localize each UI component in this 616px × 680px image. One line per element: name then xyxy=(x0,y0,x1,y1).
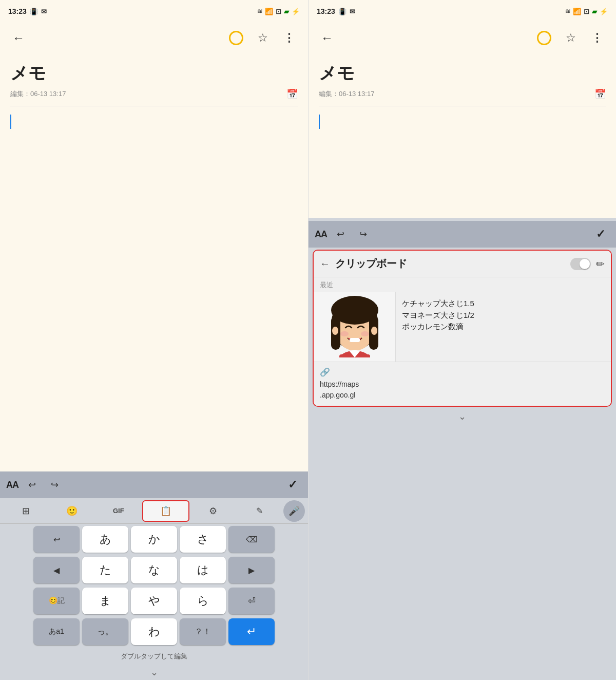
keyboard-toolbar-right: AA ↩ ↪ ✓ xyxy=(309,221,616,248)
battery-right: ▰ xyxy=(592,8,597,15)
signal-icon-left: ≋ xyxy=(257,8,262,15)
text-cursor-left xyxy=(10,115,11,129)
more-button-right[interactable]: ⋮ xyxy=(587,28,608,48)
key-right[interactable]: ▶ xyxy=(228,557,275,583)
clipboard-toggle[interactable] xyxy=(570,258,591,270)
action-bar-left: ← ☆ ⋮ xyxy=(0,23,308,53)
keyboard-icon-row-left: ⊞ 🙂 GIF 📋 ⚙ ✎ 🎤 xyxy=(0,498,308,524)
note-title-left: メモ xyxy=(10,62,298,85)
link-icon: 🔗 xyxy=(320,367,330,377)
circle-button-left[interactable] xyxy=(226,28,246,48)
key-a[interactable]: あ xyxy=(82,526,128,553)
back-button-right[interactable]: ← xyxy=(317,28,337,48)
clipboard-text-content[interactable]: ケチャップ大さじ1.5マヨネーズ大さじ1/2ポッカレモン数滴 xyxy=(396,292,611,362)
settings-icon-btn[interactable]: ⚙ xyxy=(190,500,236,522)
status-circle-right xyxy=(537,31,551,45)
link-icon-row: 🔗 xyxy=(320,367,605,377)
key-emoji[interactable]: 😊記 xyxy=(33,588,80,614)
key-ya[interactable]: や xyxy=(131,588,177,614)
clipboard-header: ← クリップボード ✏ xyxy=(314,251,611,277)
keyboard-hint-left: ダブルタップして編集 xyxy=(0,648,308,665)
key-left[interactable]: ◀ xyxy=(33,557,80,583)
clipboard-item-2[interactable]: 🔗 https://maps.app.goo.gl xyxy=(314,362,611,406)
bottom-chevron-left[interactable]: ⌄ xyxy=(0,665,308,680)
key-row-4: あa1 っ。 わ ？！ ↵ xyxy=(2,618,306,645)
toolbar-redo-left[interactable]: ↪ xyxy=(45,476,64,494)
key-backspace[interactable]: ⌫ xyxy=(228,526,275,553)
gif-icon-btn[interactable]: GIF xyxy=(96,500,141,522)
star-button-left[interactable]: ☆ xyxy=(253,28,273,48)
toolbar-check-right[interactable]: ✓ xyxy=(591,225,610,243)
svg-point-8 xyxy=(361,331,369,336)
battery-save-right: ⊡ xyxy=(584,8,589,15)
key-ka[interactable]: か xyxy=(131,526,177,553)
key-ma[interactable]: ま xyxy=(82,588,128,614)
key-punct[interactable]: ？！ xyxy=(180,618,226,645)
key-rows-left: ↩ あ か さ ⌫ ◀ た な は ▶ 😊記 ま や ら ⏎ あa1 xyxy=(0,524,308,648)
key-tsu[interactable]: っ。 xyxy=(82,618,128,645)
back-button-left[interactable]: ← xyxy=(8,28,29,48)
clipboard-items: ケチャップ大さじ1.5マヨネーズ大さじ1/2ポッカレモン数滴 🔗 https:/… xyxy=(314,292,611,406)
time-right: 13:23 xyxy=(317,7,335,15)
key-ta[interactable]: た xyxy=(82,557,128,583)
clipboard-item-1[interactable]: ケチャップ大さじ1.5マヨネーズ大さじ1/2ポッカレモン数滴 xyxy=(314,292,611,362)
keyboard-area-right: AA ↩ ↪ ✓ ← クリップボード ✏ 最近 xyxy=(309,218,616,680)
toolbar-redo-right[interactable]: ↪ xyxy=(354,225,372,243)
key-undo[interactable]: ↩ xyxy=(33,526,80,553)
key-ha[interactable]: は xyxy=(180,557,226,583)
svg-rect-9 xyxy=(350,338,360,342)
wifi-icon-right: 📶 xyxy=(573,8,581,15)
key-sa[interactable]: さ xyxy=(180,526,226,553)
toolbar-undo-left[interactable]: ↩ xyxy=(23,476,41,494)
charge-right: ⚡ xyxy=(600,8,608,15)
message-icon-left: ✉ xyxy=(41,8,47,15)
signal-icon-right: ≋ xyxy=(565,8,570,15)
key-newline[interactable]: ⏎ xyxy=(228,588,275,614)
key-row-3: 😊記 ま や ら ⏎ xyxy=(2,588,306,614)
circle-button-right[interactable] xyxy=(534,28,554,48)
mic-icon-btn[interactable]: 🎤 xyxy=(283,500,305,522)
cursor-area-right[interactable] xyxy=(319,115,606,130)
note-date-left: 編集：06-13 13:17 xyxy=(10,89,66,99)
text-cursor-right xyxy=(319,115,320,129)
clipboard-link-text[interactable]: https://maps.app.goo.gl xyxy=(320,379,605,401)
key-row-1: ↩ あ か さ ⌫ xyxy=(2,526,306,553)
note-title-right: メモ xyxy=(319,62,606,85)
key-mode[interactable]: あa1 xyxy=(33,618,80,645)
clipboard-icon-btn[interactable]: 📋 xyxy=(142,500,189,522)
clipboard-back-btn[interactable]: ← xyxy=(320,258,330,270)
key-ra[interactable]: ら xyxy=(180,588,226,614)
charge-left: ⚡ xyxy=(292,8,300,15)
cursor-area-left[interactable] xyxy=(10,115,298,130)
bottom-chevron-right[interactable]: ⌄ xyxy=(309,409,616,424)
note-area-left[interactable]: メモ 編集：06-13 13:17 📅 xyxy=(0,53,308,471)
toolbar-aa-right[interactable]: AA xyxy=(315,229,327,240)
note-area-right[interactable]: メモ 編集：06-13 13:17 📅 xyxy=(309,53,616,218)
toolbar-undo-right[interactable]: ↩ xyxy=(331,225,350,243)
note-meta-left: 編集：06-13 13:17 📅 xyxy=(10,88,298,100)
keyboard-toolbar-left: AA ↩ ↪ ✓ xyxy=(0,471,308,498)
action-bar-right: ← ☆ ⋮ xyxy=(309,23,616,53)
clipboard-edit-btn[interactable]: ✏ xyxy=(596,258,605,270)
note-divider-left xyxy=(10,106,298,106)
wifi-icon-left: 📶 xyxy=(265,8,273,15)
more-button-left[interactable]: ⋮ xyxy=(279,28,300,48)
right-panel: 13:23 📳 ✉ ≋ 📶 ⊡ ▰ ⚡ ← ☆ ⋮ メモ 編集：06-1 xyxy=(308,0,616,680)
svg-point-7 xyxy=(340,331,349,336)
emoji-icon-btn[interactable]: 🙂 xyxy=(49,500,94,522)
stroke-icon-btn[interactable]: ✎ xyxy=(237,500,282,522)
grid-icon-btn[interactable]: ⊞ xyxy=(3,500,48,522)
keyboard-area-left: AA ↩ ↪ ✓ ⊞ 🙂 GIF 📋 ⚙ ✎ 🎤 ↩ xyxy=(0,471,308,680)
calendar-icon-right: 📅 xyxy=(594,88,606,100)
key-na[interactable]: な xyxy=(131,557,177,583)
key-wa[interactable]: わ xyxy=(131,618,177,645)
star-button-right[interactable]: ☆ xyxy=(561,28,581,48)
note-meta-right: 編集：06-13 13:17 📅 xyxy=(319,88,606,100)
vibrate-icon-left: 📳 xyxy=(30,8,38,15)
toolbar-check-left[interactable]: ✓ xyxy=(283,476,302,494)
status-bar-right: 13:23 📳 ✉ ≋ 📶 ⊡ ▰ ⚡ xyxy=(309,0,616,23)
left-panel: 13:23 📳 ✉ ≋ 📶 ⊡ ▰ ⚡ ← ☆ ⋮ メモ 編集：06-1 xyxy=(0,0,308,680)
battery-save-left: ⊡ xyxy=(276,8,281,15)
toolbar-aa-left[interactable]: AA xyxy=(6,480,18,490)
key-enter[interactable]: ↵ xyxy=(228,618,275,645)
